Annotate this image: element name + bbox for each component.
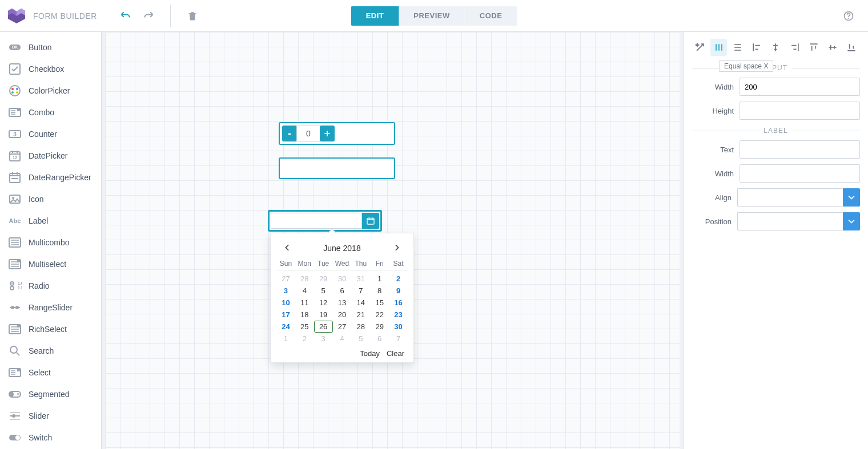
palette-item-button[interactable]: OKButton (0, 37, 101, 58)
calendar-day[interactable]: 8 (370, 285, 389, 297)
datepicker-input[interactable] (271, 213, 362, 229)
align-center-v-icon[interactable] (825, 39, 841, 56)
calendar-day[interactable]: 14 (351, 297, 370, 309)
design-canvas[interactable]: - 0 + June 2018 (102, 32, 683, 449)
align-right-icon[interactable] (786, 39, 803, 56)
calendar-day[interactable]: 5 (314, 285, 333, 297)
counter-decrement[interactable]: - (282, 126, 297, 141)
calendar-day[interactable]: 28 (351, 321, 370, 333)
input-height-field[interactable] (740, 102, 860, 120)
palette-item-colorpicker[interactable]: ColorPicker (0, 80, 101, 102)
calendar-day[interactable]: 17 (276, 309, 295, 321)
calendar-title[interactable]: June 2018 (323, 244, 360, 253)
calendar-today[interactable]: Today (360, 349, 380, 358)
align-bottom-icon[interactable] (843, 39, 860, 56)
chevron-down-icon[interactable] (843, 188, 860, 207)
calendar-day[interactable]: 6 (333, 285, 352, 297)
calendar-day[interactable]: 30 (333, 273, 352, 285)
label-text-field[interactable] (740, 140, 860, 159)
palette-item-select[interactable]: Select (0, 362, 101, 383)
align-top-icon[interactable] (805, 39, 822, 56)
calendar-day[interactable]: 20 (333, 309, 352, 321)
equal-space-x-icon[interactable] (710, 39, 727, 56)
calendar-day[interactable]: 29 (370, 321, 389, 333)
align-left-icon[interactable] (749, 39, 765, 56)
palette-item-counter[interactable]: 3Counter (0, 123, 101, 145)
calendar-day[interactable]: 4 (295, 285, 314, 297)
calendar-day[interactable]: 15 (370, 297, 389, 309)
calendar-day[interactable]: 1 (276, 333, 295, 345)
mode-edit[interactable]: EDIT (351, 6, 399, 26)
mode-code[interactable]: CODE (465, 6, 517, 26)
calendar-day[interactable]: 3 (276, 285, 295, 297)
calendar-day[interactable]: 7 (389, 333, 408, 345)
redo-button[interactable] (140, 8, 156, 24)
calendar-day[interactable]: 4 (333, 333, 352, 345)
calendar-day[interactable]: 24 (276, 321, 295, 333)
calendar-day[interactable]: 30 (389, 321, 408, 333)
mode-preview[interactable]: PREVIEW (399, 6, 464, 26)
calendar-day[interactable]: 26 (314, 321, 333, 333)
calendar-day[interactable]: 7 (351, 285, 370, 297)
palette-item-radio[interactable]: 1.01.5Radio (0, 275, 101, 297)
palette-item-switch[interactable]: Switch (0, 427, 101, 448)
palette-item-combo[interactable]: Combo (0, 102, 101, 123)
palette-item-label[interactable]: AbcLabel (0, 210, 101, 232)
magic-wand-icon[interactable] (692, 39, 708, 56)
palette-item-multicombo[interactable]: Multicombo (0, 232, 101, 253)
help-button[interactable] (841, 8, 857, 24)
equal-space-y-icon[interactable] (729, 39, 746, 56)
label-position-select[interactable] (737, 212, 843, 230)
datepicker-widget[interactable] (268, 210, 382, 232)
calendar-day[interactable]: 13 (333, 297, 352, 309)
counter-widget[interactable]: - 0 + (279, 122, 395, 145)
label-align-select[interactable] (737, 188, 843, 207)
align-center-h-icon[interactable] (767, 39, 784, 56)
calendar-day[interactable]: 10 (276, 297, 295, 309)
palette-item-checkbox[interactable]: Checkbox (0, 58, 101, 80)
calendar-day[interactable]: 18 (295, 309, 314, 321)
calendar-day[interactable]: 23 (389, 309, 408, 321)
calendar-day[interactable]: 29 (314, 273, 333, 285)
delete-button[interactable] (184, 8, 200, 24)
palette-item-slider[interactable]: Slider (0, 405, 101, 427)
datepicker-trigger[interactable] (362, 213, 379, 229)
calendar-day[interactable]: 27 (333, 321, 352, 333)
calendar-day[interactable]: 31 (351, 273, 370, 285)
calendar-day[interactable]: 3 (314, 333, 333, 345)
counter-increment[interactable]: + (320, 126, 335, 141)
calendar-day[interactable]: 19 (314, 309, 333, 321)
undo-button[interactable] (118, 8, 134, 24)
calendar-prev[interactable] (282, 241, 294, 255)
calendar-day[interactable]: 27 (276, 273, 295, 285)
text-input[interactable] (282, 160, 392, 176)
calendar-clear[interactable]: Clear (387, 349, 404, 358)
palette-item-search[interactable]: Search (0, 340, 101, 362)
palette-item-rangeslider[interactable]: RangeSlider (0, 297, 101, 318)
calendar-day[interactable]: 6 (370, 333, 389, 345)
calendar-day[interactable]: 11 (295, 297, 314, 309)
calendar-day[interactable]: 9 (389, 285, 408, 297)
calendar-day[interactable]: 22 (370, 309, 389, 321)
calendar-day[interactable]: 28 (295, 273, 314, 285)
calendar-next[interactable] (391, 241, 402, 255)
palette-item-richselect[interactable]: RichSelect (0, 318, 101, 340)
text-widget[interactable] (279, 157, 395, 179)
palette-item-daterangepicker[interactable]: DateRangePicker (0, 167, 101, 188)
calendar-day[interactable]: 2 (389, 273, 408, 285)
calendar-day[interactable]: 25 (295, 321, 314, 333)
palette-item-icon[interactable]: Icon (0, 188, 101, 210)
counter-value[interactable]: 0 (296, 126, 320, 141)
palette-item-datepicker[interactable]: 12DatePicker (0, 145, 101, 167)
calendar-day[interactable]: 1 (370, 273, 389, 285)
chevron-down-icon[interactable] (843, 212, 860, 230)
label-width-field[interactable] (740, 164, 860, 183)
calendar-day[interactable]: 21 (351, 309, 370, 321)
input-width-field[interactable] (740, 78, 860, 96)
palette-item-multiselect[interactable]: Multiselect (0, 253, 101, 275)
palette-item-segmented[interactable]: BSegmented (0, 383, 101, 405)
calendar-day[interactable]: 12 (314, 297, 333, 309)
calendar-day[interactable]: 16 (389, 297, 408, 309)
calendar-day[interactable]: 5 (351, 333, 370, 345)
calendar-day[interactable]: 2 (295, 333, 314, 345)
